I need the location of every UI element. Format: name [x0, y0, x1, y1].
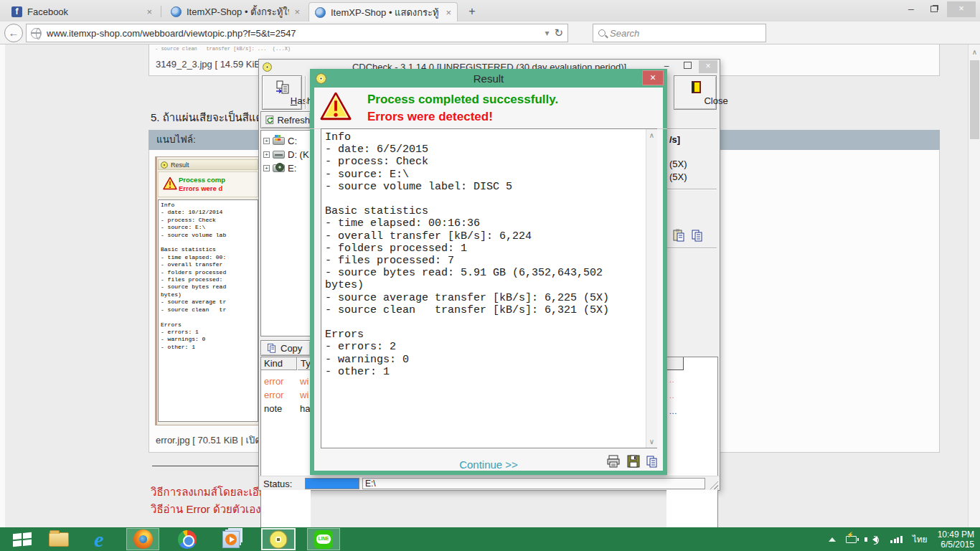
signature-link-2[interactable]: วิธีอ่าน Error ด้วยตัวเอง — [151, 501, 261, 518]
tab-title: ItemXP-Shop • แสดงกระทู้ -... — [331, 5, 440, 20]
dialog-footer: Continue >> — [314, 453, 663, 475]
drive-label: E: — [288, 163, 296, 174]
tree-item-e-drive[interactable]: + E: — [263, 163, 296, 174]
tab-itemxp-view-topic-active[interactable]: ItemXP-Shop • แสดงกระทู้ -... × — [308, 2, 458, 22]
copy-icon[interactable] — [691, 229, 704, 242]
table-row-kind[interactable]: note — [264, 403, 282, 414]
tree-expand-icon[interactable]: + — [263, 165, 270, 171]
taskbar-firefox-active[interactable] — [126, 528, 159, 550]
refresh-icon — [265, 115, 274, 125]
search-box[interactable]: Search — [593, 24, 766, 42]
scroll-up-icon[interactable]: ∧ — [646, 131, 657, 139]
copy-label: Copy — [281, 343, 302, 354]
post-step5-text: 5. ถ้าแผ่นเสียจะเป็นสีแดงแ — [151, 109, 275, 126]
close-button[interactable]: × — [699, 60, 717, 73]
windows-logo-icon — [13, 532, 32, 547]
resize-grip[interactable] — [710, 481, 718, 489]
back-button[interactable]: ← — [4, 24, 23, 42]
row-fragment: .. — [669, 392, 675, 400]
tab-itemxp-new-topic[interactable]: ItemXP-Shop • ตั้งกระทู้ใหม่ × — [165, 2, 306, 22]
maximize-button[interactable] — [678, 60, 697, 73]
signature-link-1[interactable]: วิธีการลงเกมส์โดยละเอียด — [151, 484, 272, 501]
taskbar-cdcheck-active[interactable] — [261, 528, 296, 550]
table-row-kind[interactable]: error — [264, 390, 283, 400]
taskbar-internet-explorer[interactable]: e — [85, 528, 113, 550]
new-tab-button[interactable]: + — [463, 4, 481, 19]
tree-expand-icon[interactable]: + — [263, 138, 270, 144]
status-bar: Status: E:\ — [259, 476, 720, 490]
result-dialog-titlebar[interactable]: Result × — [310, 69, 667, 88]
cd-icon — [269, 530, 288, 549]
main-result-panel-fragment: /s] (5X) (5X) — [666, 128, 720, 336]
page-left-margin — [0, 44, 5, 527]
volume-icon[interactable] — [872, 536, 877, 543]
print-icon[interactable] — [607, 455, 620, 468]
exit-door-icon — [692, 81, 701, 93]
status-label: Status: — [263, 479, 292, 489]
column-header-kind[interactable]: Kind — [261, 357, 297, 370]
restore-button[interactable] — [924, 1, 944, 17]
drive-tree[interactable]: + C: + D: (K + E: — [260, 130, 311, 336]
hash-button[interactable]: Hash — [262, 75, 302, 110]
window-controls: – × — [901, 0, 976, 19]
copy-button[interactable]: Copy — [260, 340, 311, 356]
result-text-area[interactable]: Info - date: 6/5/2015 - process: Check -… — [321, 128, 657, 448]
dialog-close-button[interactable]: × — [642, 70, 664, 85]
clock[interactable]: 10:49 PM 6/5/2015 — [938, 529, 980, 550]
dialog-scrollbar[interactable]: ∧ ∨ — [646, 129, 657, 448]
warning-icon — [320, 91, 352, 121]
search-placeholder[interactable]: Search — [610, 28, 639, 39]
mini-result-messages: Process comp Errors were d — [158, 171, 258, 197]
result-dialog[interactable]: Result × Process completed successfully.… — [310, 69, 667, 475]
paste-icon[interactable] — [672, 229, 685, 242]
dropdown-icon[interactable]: ▾ — [545, 28, 549, 38]
close-app-button[interactable]: Close — [674, 75, 717, 110]
language-indicator[interactable]: ไทย — [913, 532, 928, 546]
line-icon — [314, 530, 333, 549]
close-button[interactable]: × — [947, 1, 976, 17]
table-row-kind[interactable]: error — [264, 376, 283, 387]
scroll-up-icon[interactable]: ∧ — [969, 48, 980, 56]
tab-facebook[interactable]: f Facebook × — [6, 2, 158, 22]
scrollbar-thumb[interactable] — [970, 60, 979, 139]
divider — [666, 128, 717, 130]
mini-msg-success: Process comp — [179, 176, 256, 184]
tray-date: 6/5/2015 — [938, 540, 974, 550]
taskbar-media-player[interactable] — [215, 528, 247, 550]
page-scrollbar[interactable]: ∧ — [968, 44, 980, 527]
taskbar-line[interactable] — [307, 528, 340, 550]
tree-item-c-drive[interactable]: + C: — [263, 136, 297, 146]
refresh-button[interactable]: Refresh — [260, 111, 311, 128]
network-signal-icon[interactable] — [890, 536, 903, 543]
minimize-button[interactable]: – — [901, 1, 921, 17]
attachment-caption[interactable]: error.jpg [ 70.51 KiB | เปิด — [156, 433, 261, 448]
scroll-down-icon[interactable]: ∨ — [646, 438, 657, 446]
reload-icon[interactable]: ↻ — [554, 27, 563, 39]
save-icon[interactable] — [627, 455, 640, 468]
tab-close-icon[interactable]: × — [294, 6, 300, 17]
mini-result-titlebar: Result — [158, 159, 258, 170]
attachment-caption[interactable]: 3149_2_3.jpg [ 14.59 KiB | — [156, 59, 265, 70]
error-table[interactable]: Kind Ty error wi error wi note ha — [260, 357, 311, 531]
battery-icon[interactable] — [846, 536, 857, 543]
status-path: E:\ — [362, 478, 705, 489]
facebook-favicon: f — [11, 6, 22, 17]
taskbar-file-explorer[interactable] — [44, 528, 73, 550]
warning-icon — [163, 176, 177, 190]
tab-close-icon[interactable]: × — [146, 6, 152, 17]
tab-close-icon[interactable]: × — [446, 7, 451, 18]
tree-item-d-drive[interactable]: + D: (K — [263, 149, 309, 160]
table-row-type[interactable]: wi — [300, 390, 308, 400]
success-message: Process completed successfully. — [367, 93, 558, 107]
table-row-type[interactable]: ha — [300, 403, 310, 414]
row-fragment: .. — [669, 376, 675, 384]
tree-expand-icon[interactable]: + — [263, 151, 270, 158]
start-button[interactable] — [4, 527, 34, 551]
embedded-result-screenshot[interactable]: Result Process comp Errors were d Info -… — [155, 156, 260, 425]
table-row-type[interactable]: wi — [300, 376, 308, 387]
address-bar[interactable]: www.itemxp-shop.com/webboard/viewtopic.p… — [26, 24, 568, 42]
copy-icon[interactable] — [646, 455, 659, 468]
url-text[interactable]: www.itemxp-shop.com/webboard/viewtopic.p… — [47, 28, 540, 39]
taskbar-chrome[interactable] — [172, 528, 202, 550]
show-hidden-icons[interactable] — [829, 537, 836, 542]
